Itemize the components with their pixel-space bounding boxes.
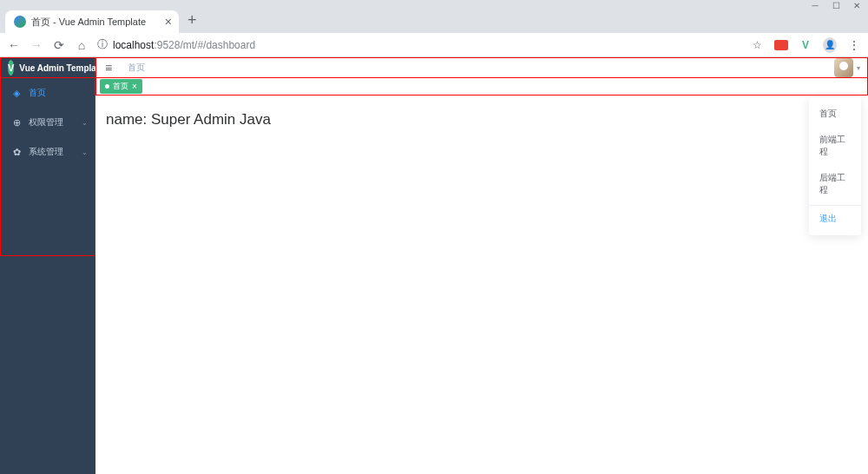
user-dropdown: 首页 前端工程 后端工程 退出 [809, 97, 861, 235]
nav-forward-icon: → [30, 38, 43, 52]
window-controls: ─ ☐ ✕ [0, 0, 868, 9]
tags-view: 首页 × [95, 78, 868, 95]
browser-tab-active[interactable]: 首页 - Vue Admin Template × [5, 10, 179, 33]
url-path: /mt/#/dashboard [180, 39, 255, 51]
sidebar-item-label: 首页 [29, 87, 46, 99]
dropdown-item-backend[interactable]: 后端工程 [809, 165, 861, 203]
url-field[interactable]: ⓘ localhost:9528/mt/#/dashboard [97, 37, 741, 52]
tag-dot-icon [105, 84, 109, 89]
tag-label: 首页 [113, 81, 128, 92]
sidebar: V Vue Admin Template ◈ 首页 ⊕ 权限管理 ⌄ ✿ 系统管… [0, 57, 95, 474]
hamburger-icon[interactable]: ≡ [96, 61, 121, 75]
avatar[interactable] [834, 58, 853, 77]
nav-back-icon[interactable]: ← [7, 38, 21, 52]
breadcrumb: 首页 [128, 62, 145, 74]
dashboard-icon: ◈ [11, 88, 22, 98]
extension-icons: ☆ V 👤 ⋮ [750, 38, 861, 52]
url-port: :9528 [154, 39, 180, 51]
browser-menu-icon[interactable]: ⋮ [847, 38, 861, 52]
tab-close-icon[interactable]: × [165, 15, 172, 29]
dropdown-item-logout[interactable]: 退出 [809, 205, 861, 232]
sidebar-item-home[interactable]: ◈ 首页 [1, 78, 95, 108]
window-maximize[interactable]: ☐ [832, 1, 840, 10]
app-container: V Vue Admin Template ◈ 首页 ⊕ 权限管理 ⌄ ✿ 系统管… [0, 57, 868, 474]
navbar-right: ▾ [834, 58, 860, 77]
window-minimize[interactable]: ─ [811, 1, 819, 10]
sidebar-item-label: 系统管理 [29, 146, 63, 158]
bookmark-star-icon[interactable]: ☆ [750, 38, 764, 52]
nav-reload-icon[interactable]: ⟳ [52, 38, 66, 52]
page-content: name: Super Admin Java [95, 95, 868, 144]
dropdown-item-home[interactable]: 首页 [809, 101, 861, 127]
url-host: localhost [113, 39, 154, 51]
chevron-down-icon: ⌄ [82, 119, 88, 127]
content-text: name: Super Admin Java [106, 111, 858, 128]
extension-red-icon[interactable] [774, 38, 788, 52]
tag-close-icon[interactable]: × [132, 82, 137, 91]
logo-text: Vue Admin Template [19, 63, 103, 73]
url-bar: ← → ⟳ ⌂ ⓘ localhost:9528/mt/#/dashboard … [0, 33, 868, 57]
url-info-icon[interactable]: ⓘ [97, 37, 108, 52]
sidebar-item-system[interactable]: ✿ 系统管理 ⌄ [1, 137, 95, 167]
logo-badge-icon: V [8, 60, 14, 76]
sidebar-menu: ◈ 首页 ⊕ 权限管理 ⌄ ✿ 系统管理 ⌄ [0, 78, 95, 256]
vue-devtools-icon[interactable]: V [799, 38, 812, 52]
nav-home-icon[interactable]: ⌂ [75, 38, 89, 52]
browser-chrome: ─ ☐ ✕ 首页 - Vue Admin Template × + ← → ⟳ … [0, 0, 868, 57]
chevron-down-icon: ⌄ [82, 148, 88, 156]
profile-icon[interactable]: 👤 [823, 38, 837, 52]
main-area: ≡ 首页 ▾ 首页 × name: Super Admin Java 首页 前端… [95, 57, 868, 474]
gear-icon: ✿ [11, 147, 22, 157]
tag-active[interactable]: 首页 × [100, 79, 142, 94]
tab-favicon-icon [14, 16, 26, 28]
window-close[interactable]: ✕ [852, 1, 861, 10]
navbar: ≡ 首页 ▾ [95, 57, 868, 78]
sidebar-item-label: 权限管理 [29, 116, 63, 128]
sidebar-item-permission[interactable]: ⊕ 权限管理 ⌄ [1, 108, 95, 137]
caret-down-icon[interactable]: ▾ [857, 64, 860, 72]
tab-title: 首页 - Vue Admin Template [31, 16, 146, 29]
dropdown-item-frontend[interactable]: 前端工程 [809, 127, 861, 165]
new-tab-button[interactable]: + [187, 11, 197, 33]
lock-icon: ⊕ [11, 117, 22, 128]
sidebar-logo[interactable]: V Vue Admin Template [0, 57, 95, 78]
browser-tab-bar: 首页 - Vue Admin Template × + [0, 9, 868, 33]
